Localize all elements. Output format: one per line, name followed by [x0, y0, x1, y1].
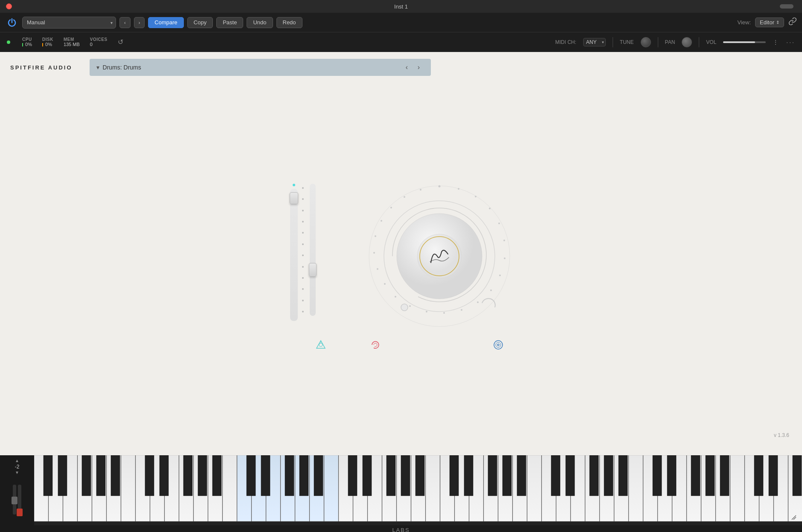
svg-rect-115 [590, 455, 599, 496]
reverb-icon[interactable] [492, 339, 504, 351]
mod-wheel-slider[interactable] [18, 485, 21, 515]
svg-rect-97 [212, 455, 221, 496]
control-icons-row [298, 339, 504, 351]
octave-up-button[interactable]: ▲ [15, 459, 19, 463]
svg-point-21 [390, 207, 392, 208]
vol-label: VOL [706, 39, 716, 45]
compare-button[interactable]: Compare [148, 17, 183, 28]
svg-rect-118 [653, 455, 662, 496]
editor-button[interactable]: Editor ⇕ [755, 17, 784, 27]
disk-label: DISK [42, 37, 53, 42]
slider2-thumb[interactable] [309, 263, 317, 277]
svg-rect-62 [426, 455, 440, 521]
svg-rect-55 [324, 455, 338, 521]
piano-svg [34, 455, 802, 523]
redo-button[interactable]: Redo [276, 17, 302, 28]
cpu-stat: CPU 0% [22, 37, 32, 47]
svg-rect-101 [299, 455, 308, 496]
big-knob-container[interactable] [367, 184, 512, 329]
octave-down-button[interactable]: ▼ [15, 471, 19, 475]
slider1-track[interactable] [290, 189, 298, 321]
dot [302, 254, 304, 256]
svg-rect-102 [314, 455, 323, 496]
copy-button[interactable]: Copy [187, 17, 213, 28]
expression-icon-svg [315, 339, 327, 351]
undo-button[interactable]: Undo [247, 17, 273, 28]
expression-icon[interactable] [315, 339, 327, 351]
preset-dropdown[interactable]: Manual [22, 17, 116, 29]
controls-column [290, 184, 512, 351]
preset-bar: ▾ Drums: Drums ‹ › [90, 59, 431, 76]
svg-rect-83 [730, 455, 744, 521]
slider2-track[interactable] [310, 184, 316, 316]
separator1 [613, 37, 613, 47]
slider1-indicator [293, 184, 295, 186]
pitch-bend-thumb [12, 497, 17, 504]
options-button[interactable]: ⋮ [773, 39, 779, 46]
piano-keys-container[interactable]: // This is rendered via JS below [34, 455, 802, 525]
link-button[interactable] [788, 17, 797, 28]
toolbar-right: View: Editor ⇕ [737, 17, 797, 28]
slider2-container [310, 184, 316, 329]
disk-bar [42, 43, 43, 46]
piano-row: ▲ -2 ▼ [0, 455, 802, 525]
svg-point-6 [503, 240, 505, 241]
slider1-thumb[interactable] [290, 192, 298, 204]
octave-value: -2 [15, 464, 20, 470]
midi-channel-dropdown-wrapper[interactable]: ANY ▾ [583, 38, 606, 46]
svg-rect-96 [198, 455, 207, 496]
svg-point-19 [375, 235, 376, 237]
power-button[interactable] [5, 16, 19, 29]
refresh-button[interactable]: ↺ [118, 38, 123, 46]
tune-knob[interactable] [641, 37, 651, 47]
vol-slider[interactable] [723, 41, 766, 43]
reverb-icon-svg [492, 339, 504, 351]
svg-rect-114 [566, 455, 575, 496]
pitch-sliders [13, 477, 21, 522]
nav-forward-button[interactable]: › [134, 17, 145, 28]
mem-stat: MEM 135 MB [64, 37, 80, 47]
separator3 [699, 37, 699, 47]
svg-rect-121 [706, 455, 715, 496]
svg-rect-41 [121, 455, 135, 521]
traffic-light[interactable] [6, 3, 12, 9]
dynamics-icon[interactable] [369, 339, 381, 351]
svg-point-9 [490, 289, 492, 291]
preset-dropdown-arrow-icon[interactable]: ▾ [96, 64, 99, 71]
more-button[interactable]: ··· [786, 39, 795, 46]
svg-point-4 [489, 208, 491, 209]
paste-button[interactable]: Paste [216, 17, 243, 28]
nav-back-button[interactable]: ‹ [119, 17, 131, 28]
cpu-value: 0% [22, 42, 32, 47]
octave-controls: ▲ -2 ▼ [15, 459, 20, 475]
svg-point-11 [461, 309, 462, 311]
version-text: v 1.3.6 [774, 432, 789, 438]
mod-wheel-thumb [17, 509, 23, 516]
editor-arrows-icon: ⇕ [776, 20, 779, 25]
svg-point-16 [384, 283, 386, 285]
dot [302, 210, 304, 211]
preset-next-button[interactable]: › [414, 62, 424, 72]
svg-rect-93 [145, 455, 154, 496]
svg-point-13 [426, 311, 427, 312]
preset-dropdown-wrapper[interactable]: Manual ▾ [22, 17, 116, 29]
disk-stat: DISK 0% [42, 37, 53, 47]
svg-rect-90 [82, 455, 91, 496]
preset-prev-button[interactable]: ‹ [402, 62, 412, 72]
separator2 [658, 37, 658, 47]
svg-rect-76 [629, 455, 643, 521]
mem-label: MEM [64, 37, 74, 42]
svg-rect-99 [261, 455, 270, 496]
dot [302, 243, 304, 245]
resize-handle[interactable] [790, 514, 797, 522]
svg-point-20 [381, 220, 382, 222]
svg-point-15 [395, 296, 396, 298]
svg-rect-91 [96, 455, 105, 496]
pitch-bend-slider[interactable] [13, 485, 16, 515]
midi-channel-select[interactable]: ANY [583, 38, 606, 46]
pan-knob[interactable] [682, 37, 692, 47]
status-dot [7, 40, 10, 44]
slider2-wrapper [310, 184, 316, 316]
svg-point-2 [458, 188, 459, 190]
plugin-area: SPITFIRE AUDIO ▾ Drums: Drums ‹ › [0, 52, 802, 455]
